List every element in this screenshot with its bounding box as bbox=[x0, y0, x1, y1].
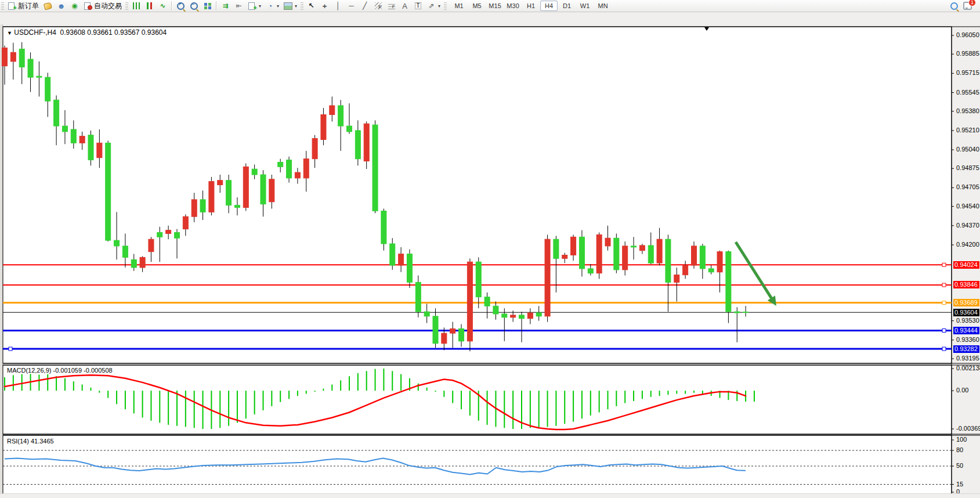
text-tool-button[interactable]: A bbox=[398, 1, 411, 11]
price-axis-tick: 0.95885 bbox=[956, 50, 979, 57]
templates-button-dropdown-caret[interactable]: ▾ bbox=[295, 3, 297, 9]
candle-body bbox=[106, 143, 111, 240]
level-line-handle[interactable] bbox=[942, 347, 946, 351]
timeframe-m5[interactable]: M5 bbox=[468, 1, 486, 11]
rsi-indicator-label: RSI(14) 41.3465 bbox=[7, 438, 54, 445]
level-line-handle[interactable] bbox=[9, 347, 12, 351]
candle-body bbox=[657, 239, 662, 263]
timeframe-m15[interactable]: M15 bbox=[486, 1, 504, 11]
signals-button[interactable]: ◉ bbox=[68, 1, 81, 11]
rsi-axis-tick: 80 bbox=[956, 446, 963, 453]
candle-body bbox=[536, 313, 541, 316]
profiles-button[interactable]: ◔▾ bbox=[263, 1, 281, 11]
candle-body bbox=[424, 312, 429, 316]
new-order-button[interactable]: +新订单 bbox=[5, 1, 41, 11]
search-icon[interactable] bbox=[950, 2, 959, 10]
trendline-tool-icon: ╱ bbox=[360, 2, 369, 10]
timeframe-w1[interactable]: W1 bbox=[576, 1, 594, 11]
zoom-out-button[interactable]: − bbox=[187, 1, 201, 11]
timeframe-h1[interactable]: H1 bbox=[522, 1, 540, 11]
chart-expander-icon[interactable]: ▼ bbox=[7, 30, 12, 36]
price-axis-tick: 0.95210 bbox=[956, 127, 979, 133]
candle-body bbox=[571, 237, 576, 255]
profiles-button-dropdown-caret[interactable]: ▾ bbox=[277, 3, 279, 9]
chart-canvas[interactable] bbox=[0, 12, 980, 498]
arrows-tool-button[interactable]: ⇗▾ bbox=[425, 1, 443, 11]
macd-panel[interactable] bbox=[3, 365, 952, 434]
level-line-handle[interactable] bbox=[942, 263, 946, 266]
line-chart-button[interactable]: ∿ bbox=[156, 1, 169, 11]
candle-body bbox=[97, 143, 102, 157]
equidistant-channel-tool-button[interactable]: E bbox=[371, 1, 385, 11]
rsi-panel[interactable] bbox=[3, 435, 952, 494]
candle-body bbox=[511, 315, 516, 317]
vertical-line-tool-button[interactable]: │ bbox=[331, 1, 345, 11]
ohlc-high: 0.93661 bbox=[87, 28, 112, 37]
tile-windows-button[interactable] bbox=[201, 1, 214, 11]
candle-body bbox=[623, 246, 628, 270]
chart-title: ▼ USDCHF-,H4 0.93608 0.93661 0.93567 0.9… bbox=[7, 28, 167, 37]
timeframe-h4[interactable]: H4 bbox=[540, 1, 558, 11]
candle-body bbox=[243, 167, 248, 207]
fibonacci-tool-button[interactable]: F bbox=[385, 1, 398, 11]
vertical-line-tool-icon: │ bbox=[334, 2, 342, 10]
candle-body bbox=[399, 254, 404, 266]
level-line-handle[interactable] bbox=[942, 329, 946, 332]
chart-shift-icon: ⇤ bbox=[234, 2, 243, 10]
price-axis-tick: 0.94705 bbox=[956, 183, 979, 190]
zoom-out-icon: − bbox=[190, 2, 198, 10]
toolbar-grip bbox=[444, 2, 447, 10]
candle-body bbox=[459, 329, 464, 341]
candle-body bbox=[312, 139, 317, 159]
crosshair-tool-icon: ＋ bbox=[320, 2, 329, 10]
level-line-handle[interactable] bbox=[942, 301, 946, 305]
timeframe-mn[interactable]: MN bbox=[594, 1, 612, 11]
macd-axis-tick: 0.00 bbox=[956, 387, 968, 394]
bar-chart-icon bbox=[132, 2, 140, 10]
price-axis-tick: 0.96050 bbox=[956, 31, 979, 38]
crosshair-tool-button[interactable]: ＋ bbox=[318, 1, 331, 11]
new-chart-button-dropdown-caret[interactable]: ▾ bbox=[259, 3, 261, 9]
horizontal-line-tool-button[interactable]: ─ bbox=[345, 1, 358, 11]
bar-chart-button[interactable] bbox=[129, 1, 143, 11]
candle-body bbox=[605, 238, 610, 246]
new-chart-button[interactable]: +▾ bbox=[245, 1, 263, 11]
candle-body bbox=[743, 312, 748, 312]
candle-body bbox=[175, 232, 180, 238]
timeframe-m1[interactable]: M1 bbox=[450, 1, 468, 11]
autotrading-button-label: 自动交易 bbox=[94, 1, 122, 11]
autotrading-icon bbox=[84, 2, 92, 10]
profiles-icon: ◔ bbox=[266, 2, 274, 10]
auto-scroll-button[interactable]: ⇉ bbox=[219, 1, 232, 11]
signals-icon: ◉ bbox=[70, 2, 79, 10]
cursor-tool-button[interactable]: ↖ bbox=[305, 1, 318, 11]
metaeditor-button[interactable]: ☻ bbox=[55, 1, 68, 11]
candle-body bbox=[45, 77, 50, 101]
candle-body bbox=[579, 237, 584, 269]
price-axis-tick: 0.94875 bbox=[956, 164, 979, 171]
candle-body bbox=[200, 200, 205, 212]
candle-body bbox=[502, 314, 507, 317]
chat-icon[interactable]: 1 bbox=[963, 2, 972, 10]
candle-body bbox=[191, 200, 197, 216]
level-price-chip: 0.93444 bbox=[953, 327, 979, 334]
chart-shift-button[interactable]: ⇤ bbox=[232, 1, 245, 11]
mt4-window: { "toolbar": { "items": [ {"type":"grip"… bbox=[0, 0, 980, 498]
price-axis-tick: 0.94370 bbox=[956, 222, 979, 229]
level-price-chip: 0.94024 bbox=[953, 261, 979, 269]
candle-body bbox=[588, 269, 593, 273]
templates-button[interactable]: ▾ bbox=[281, 1, 299, 11]
autotrading-button[interactable]: 自动交易 bbox=[81, 1, 124, 11]
level-line-handle[interactable] bbox=[942, 283, 946, 287]
zoom-in-button[interactable]: + bbox=[174, 1, 187, 11]
timeframe-m30[interactable]: M30 bbox=[504, 1, 522, 11]
candle-body bbox=[648, 246, 653, 263]
market-watch-button[interactable] bbox=[41, 1, 55, 11]
text-label-tool-button[interactable]: T bbox=[411, 1, 425, 11]
main-price-panel[interactable] bbox=[3, 27, 952, 363]
trendline-tool-button[interactable]: ╱ bbox=[358, 1, 371, 11]
candlestick-chart-button[interactable] bbox=[143, 1, 156, 11]
candle-body bbox=[88, 135, 93, 160]
arrows-tool-button-dropdown-caret[interactable]: ▾ bbox=[438, 3, 440, 9]
timeframe-d1[interactable]: D1 bbox=[558, 1, 576, 11]
